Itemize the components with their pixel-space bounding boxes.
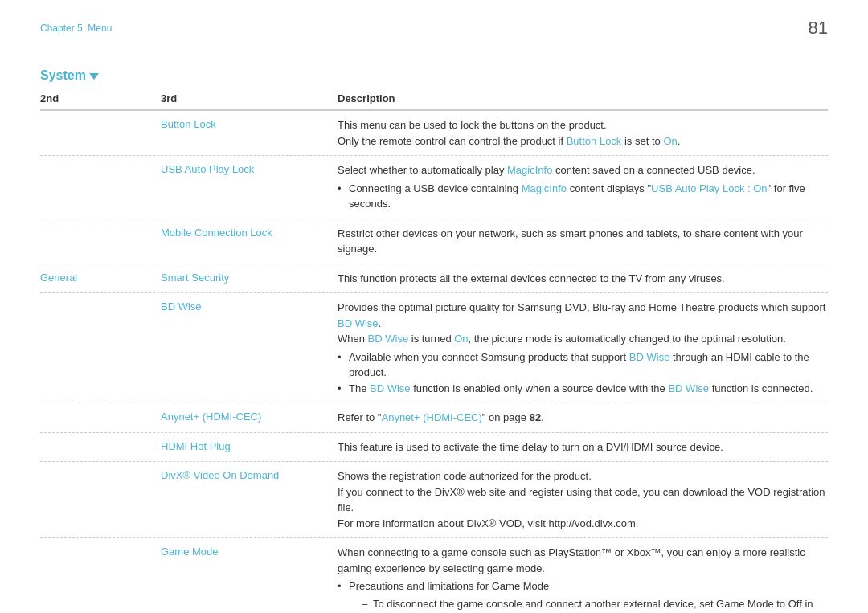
desc-line: Refer to "Anynet+ (HDMI-CEC)" on page 82… [338,410,828,426]
list-item: The BD Wise function is enabled only whe… [338,381,828,397]
magicinfo-inline2: MagicInfo [522,182,567,194]
cell-desc-anynet: Refer to "Anynet+ (HDMI-CEC)" on page 82… [338,410,828,426]
cell-desc-divx: Shows the registration code authorized f… [338,468,828,531]
cell-3rd-anynet: Anynet+ (HDMI-CEC) [161,410,338,423]
sub-bullet-list: To disconnect the game console and conne… [349,596,828,614]
page-number: 81 [809,18,828,39]
table-row: General Smart Security This function pro… [40,264,828,294]
cell-3rd-usb: USB Auto Play Lock [161,162,338,175]
list-item: Precautions and limitations for Game Mod… [338,578,828,613]
desc-line: Shows the registration code authorized f… [338,468,828,484]
bd-wise-inline3: BD Wise [629,351,670,363]
table-row: Button Lock This menu can be used to loc… [40,111,828,156]
table-body: Button Lock This menu can be used to loc… [40,111,828,613]
table-header: 2nd 3rd Description [40,92,828,111]
bd-wise-label: BD Wise [161,300,202,313]
bd-wise-inline5: BD Wise [668,382,709,394]
cell-2nd [40,468,161,469]
desc-line: This function protects all the external … [338,271,828,287]
header-col-2nd: 2nd [40,92,161,104]
usb-auto-inline: USB Auto Play Lock : On [651,182,768,194]
bullet-list: Connecting a USB device containing Magic… [338,181,828,212]
button-lock-inline: Button Lock [567,135,622,147]
cell-2nd [40,410,161,411]
cell-desc-bd-wise: Provides the optimal picture quality for… [338,300,828,396]
cell-2nd-general: General [40,271,161,284]
table-row: HDMI Hot Plug This feature is used to ac… [40,433,828,463]
cell-desc-mobile: Restrict other devices on your network, … [338,226,828,257]
cell-3rd-game-mode: Game Mode [161,545,338,558]
cell-3rd-hdmi-hot-plug: HDMI Hot Plug [161,439,338,452]
cell-2nd [40,300,161,300]
game-mode-label: Game Mode [161,546,219,558]
triangle-down-icon [89,73,99,80]
bullet-list: Available when you connect Samsung produ… [338,349,828,397]
header-col-3rd: 3rd [161,92,338,104]
cell-desc-usb: Select whether to automatically play Mag… [338,162,828,212]
desc-line: Restrict other devices on your network, … [338,226,828,257]
cell-2nd [40,162,161,163]
section-title-text: System [40,68,86,83]
hdmi-hot-plug-label: HDMI Hot Plug [161,440,231,452]
desc-line: This feature is used to activate the tim… [338,439,828,456]
mobile-connection-lock-label: Mobile Connection Lock [161,227,272,239]
bullet-list: Precautions and limitations for Game Mod… [338,578,828,613]
cell-desc-smart-security: This function protects all the external … [338,271,828,287]
section-title: System [40,68,828,83]
list-item: Connecting a USB device containing Magic… [338,181,828,212]
bd-wise-inline: BD Wise [338,317,379,329]
desc-line: For more information about DivX® VOD, vi… [338,516,828,532]
anynet-label: Anynet+ (HDMI-CEC) [161,411,261,423]
button-lock-label: Button Lock [161,118,216,130]
on-inline2: On [454,333,468,345]
desc-line: This menu can be used to lock the button… [338,117,828,133]
list-item: Available when you connect Samsung produ… [338,349,828,381]
cell-3rd-smart-security: Smart Security [161,271,338,284]
cell-2nd [40,117,161,118]
cell-2nd [40,226,161,227]
desc-line: If you connect to the DivX® web site and… [338,484,828,516]
usb-auto-play-lock-label: USB Auto Play Lock [161,163,254,175]
list-item: To disconnect the game console and conne… [362,596,828,614]
cell-2nd [40,545,161,546]
cell-desc-game-mode: When connecting to a game console such a… [338,545,828,613]
table-row: USB Auto Play Lock Select whether to aut… [40,156,828,219]
bd-wise-inline4: BD Wise [370,382,411,394]
cell-desc-hdmi-hot-plug: This feature is used to activate the tim… [338,439,828,456]
cell-desc-button-lock: This menu can be used to lock the button… [338,117,828,149]
table-row: BD Wise Provides the optimal picture qua… [40,293,828,403]
cell-3rd-bd-wise: BD Wise [161,300,338,313]
header-col-desc: Description [338,92,828,104]
cell-3rd-button-lock: Button Lock [161,117,338,130]
anynet-inline: Anynet+ (HDMI-CEC) [381,411,481,423]
chapter-label: Chapter 5. Menu [40,22,112,34]
smart-security-label: Smart Security [161,272,229,284]
page-ref: 82 [530,411,541,423]
cell-3rd-divx: DivX® Video On Demand [161,468,338,481]
table-row: Game Mode When connecting to a game cons… [40,538,828,613]
table-row: Anynet+ (HDMI-CEC) Refer to "Anynet+ (HD… [40,403,828,433]
desc-line: Only the remote control can control the … [338,133,828,149]
desc-line: When connecting to a game console such a… [338,545,828,576]
desc-line: Select whether to automatically play Mag… [338,162,828,178]
bd-wise-inline2: BD Wise [368,333,409,345]
desc-line: Provides the optimal picture quality for… [338,300,828,331]
desc-line: When BD Wise is turned On, the picture m… [338,331,828,347]
cell-3rd-mobile: Mobile Connection Lock [161,226,338,239]
general-label: General [40,272,77,284]
on-inline: On [663,135,677,147]
cell-2nd [40,439,161,440]
table-row: Mobile Connection Lock Restrict other de… [40,219,828,264]
magicinfo-inline: MagicInfo [507,164,552,176]
table-row: DivX® Video On Demand Shows the registra… [40,462,828,538]
divx-label: DivX® Video On Demand [161,469,279,481]
page-wrapper: 81 Chapter 5. Menu System 2nd 3rd Descri… [0,0,868,613]
